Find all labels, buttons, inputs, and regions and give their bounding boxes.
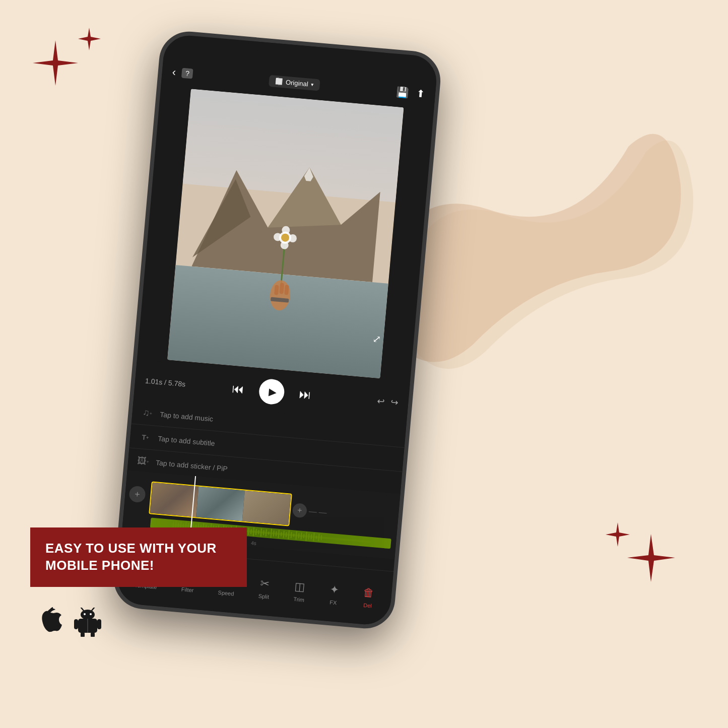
platform-icons bbox=[38, 607, 102, 637]
toolbar-trim[interactable]: ◫ Trim bbox=[293, 580, 306, 603]
svg-rect-53 bbox=[263, 530, 264, 535]
undo-redo-controls: ↩ ↪ bbox=[377, 395, 399, 409]
sparkle-top-left-small bbox=[78, 28, 101, 50]
svg-rect-62 bbox=[286, 532, 287, 537]
redo-button[interactable]: ↪ bbox=[390, 396, 399, 408]
header-left: ‹ ? bbox=[172, 65, 193, 80]
undo-button[interactable]: ↩ bbox=[377, 395, 385, 407]
save-button[interactable]: 💾 bbox=[395, 86, 409, 99]
filter-label: Filter bbox=[181, 586, 193, 593]
subtitle-add-icon: T+ bbox=[137, 429, 154, 445]
add-sticker-label: Tap to add sticker / PiP bbox=[156, 458, 228, 473]
svg-rect-69 bbox=[303, 534, 305, 538]
mode-selector[interactable]: ⬜ Original ▾ bbox=[269, 75, 320, 91]
toolbar-fx[interactable]: ✦ FX bbox=[328, 583, 340, 606]
timeline-extra: — — bbox=[308, 507, 327, 517]
add-music-label: Tap to add music bbox=[160, 410, 214, 423]
svg-rect-76 bbox=[320, 535, 322, 540]
svg-rect-74 bbox=[316, 536, 317, 539]
trim-label: Trim bbox=[293, 595, 305, 603]
play-icon: ▶ bbox=[268, 385, 277, 398]
mode-icon: ⬜ bbox=[275, 78, 283, 85]
delete-label: Del bbox=[363, 602, 372, 609]
sparkle-bottom-right-large bbox=[627, 534, 675, 582]
fx-label: FX bbox=[329, 599, 337, 606]
svg-rect-86 bbox=[91, 632, 95, 637]
svg-rect-84 bbox=[97, 619, 101, 629]
svg-line-81 bbox=[81, 608, 84, 611]
phone-notch bbox=[255, 41, 347, 65]
apple-icon bbox=[38, 607, 63, 637]
svg-line-82 bbox=[92, 608, 94, 611]
banner-text: EASY TO USE WITH YOUR MOBILE PHONE! bbox=[45, 540, 232, 574]
sparkle-top-left-large bbox=[33, 40, 78, 86]
mode-label: Original bbox=[285, 78, 308, 88]
timeline-add-between[interactable]: + bbox=[292, 503, 307, 518]
skip-forward-button[interactable]: ⏭ bbox=[299, 387, 312, 402]
toolbar-delete[interactable]: 🗑 Del bbox=[362, 585, 375, 609]
svg-point-80 bbox=[90, 613, 92, 615]
sticker-add-icon: 🖼+ bbox=[135, 453, 152, 470]
time-display: 1.01s / 5.78s bbox=[145, 377, 186, 388]
svg-rect-21 bbox=[183, 523, 184, 527]
svg-point-78 bbox=[81, 610, 95, 620]
svg-rect-60 bbox=[281, 532, 282, 536]
video-scene bbox=[167, 89, 404, 378]
ruler-4s: 4s bbox=[251, 540, 256, 546]
svg-rect-19 bbox=[178, 522, 179, 527]
help-button[interactable]: ? bbox=[181, 68, 193, 79]
hand-flower-graphic bbox=[253, 211, 312, 317]
music-add-icon: ♫+ bbox=[139, 405, 156, 421]
sparkle-bottom-right-small bbox=[606, 522, 630, 547]
clip-thumbnail-2 bbox=[196, 486, 245, 521]
add-subtitle-label: Tap to add subtitle bbox=[158, 434, 216, 447]
svg-rect-67 bbox=[298, 533, 300, 538]
promotional-banner: EASY TO USE WITH YOUR MOBILE PHONE! bbox=[30, 527, 247, 587]
fx-icon: ✦ bbox=[329, 583, 339, 597]
svg-rect-65 bbox=[293, 534, 295, 537]
svg-point-11 bbox=[269, 280, 291, 311]
share-button[interactable]: ⬆ bbox=[416, 87, 426, 100]
video-preview bbox=[167, 89, 404, 378]
clip-thumbnail-1 bbox=[150, 482, 198, 517]
back-button[interactable]: ‹ bbox=[172, 65, 177, 79]
svg-rect-48 bbox=[250, 529, 252, 534]
speed-label: Speed bbox=[218, 589, 234, 597]
clip-thumbnail-3 bbox=[242, 490, 291, 525]
svg-rect-55 bbox=[268, 532, 270, 535]
svg-rect-51 bbox=[258, 530, 259, 534]
delete-icon: 🗑 bbox=[363, 585, 375, 600]
trim-icon: ◫ bbox=[294, 580, 306, 594]
toolbar-split[interactable]: ✂ Split bbox=[258, 576, 271, 600]
timeline-add-left[interactable]: + bbox=[128, 486, 146, 503]
play-button[interactable]: ▶ bbox=[258, 378, 285, 405]
svg-rect-58 bbox=[276, 531, 277, 536]
split-label: Split bbox=[258, 592, 269, 600]
header-right: 💾 ⬆ bbox=[395, 86, 426, 100]
svg-rect-83 bbox=[74, 619, 78, 629]
split-icon: ✂ bbox=[260, 577, 270, 590]
skip-back-button[interactable]: ⏮ bbox=[231, 381, 244, 396]
android-icon bbox=[73, 608, 102, 637]
svg-point-79 bbox=[84, 613, 86, 615]
svg-rect-72 bbox=[311, 534, 312, 539]
svg-rect-85 bbox=[81, 632, 85, 637]
mode-dropdown-icon: ▾ bbox=[311, 82, 314, 87]
fullscreen-button[interactable]: ⤢ bbox=[372, 333, 381, 345]
